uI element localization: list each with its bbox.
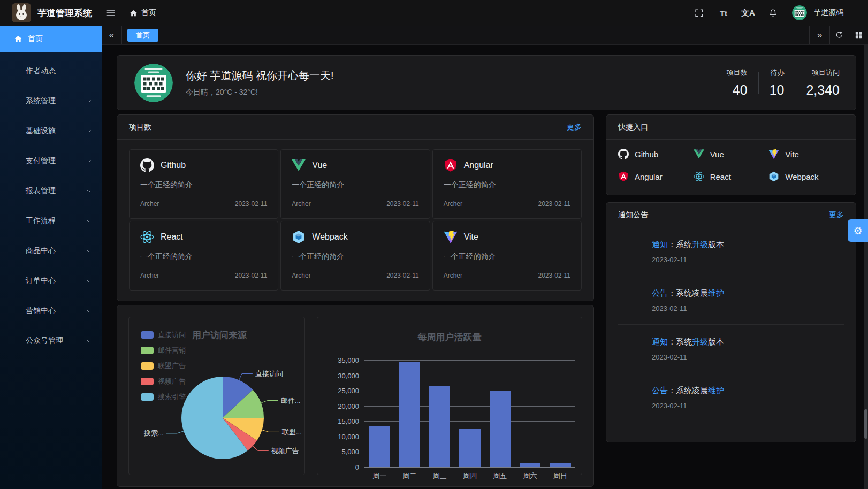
refresh-tab-button[interactable] <box>829 26 849 44</box>
chevron-down-icon <box>86 338 92 344</box>
bar-周日[interactable] <box>550 463 570 467</box>
x-axis-label: 周二 <box>394 471 424 481</box>
bar-周六[interactable] <box>520 463 540 467</box>
font-size-icon: Tt <box>720 9 727 18</box>
angular-icon <box>444 158 458 172</box>
projects-more-link[interactable]: 更多 <box>567 123 582 132</box>
quick-entry-item[interactable]: Angular <box>618 171 694 182</box>
project-name: Github <box>161 161 186 170</box>
project-card[interactable]: Vite 一个正经的简介 Archer 2023-02-11 <box>432 221 582 291</box>
stat-block: 项目数 40 <box>727 68 748 98</box>
bar-周五[interactable] <box>490 391 511 467</box>
notice-title: 通知：系统升级版本 <box>652 337 724 347</box>
greeting-text: 你好 芋道源码 祝你开心每一天! <box>186 68 727 83</box>
fullscreen-icon <box>694 8 704 18</box>
notice-item[interactable]: 通知：系统升级版本 2023-02-11 <box>618 325 844 373</box>
project-name: Vite <box>464 232 478 242</box>
sidebar-item[interactable]: 支付管理 <box>0 148 102 174</box>
notification-bell-button[interactable] <box>763 2 782 24</box>
vite-icon <box>444 230 458 244</box>
pie-chart-card: 用户访问来源 直接访问邮件营销联盟广告视频广告搜索引擎 直接访问邮件...联盟.… <box>128 317 305 475</box>
fullscreen-button[interactable] <box>689 2 709 24</box>
bar-周二[interactable] <box>399 362 420 467</box>
bar-chart-card: 每周用户活跃量 05,00010,00015,00020,00025,00030… <box>317 317 582 475</box>
sidebar-item-label: 支付管理 <box>14 156 86 166</box>
y-axis-tick: 25,000 <box>325 387 359 395</box>
vue-icon <box>292 158 306 172</box>
breadcrumb[interactable]: 首页 <box>130 8 156 18</box>
project-card[interactable]: Webpack 一个正经的简介 Archer 2023-02-11 <box>280 221 430 291</box>
react-icon <box>140 230 154 244</box>
quick-entry-label: React <box>710 172 731 181</box>
sidebar-item[interactable]: 系统管理 <box>0 88 102 114</box>
bar-周一[interactable] <box>369 426 390 467</box>
sidebar-item[interactable]: 作者动态 <box>0 58 102 85</box>
project-description: 一个正经的简介 <box>292 252 418 262</box>
gridline <box>364 467 575 468</box>
notices-more-link[interactable]: 更多 <box>829 210 844 220</box>
pie-callout-line <box>166 431 184 433</box>
locale-button[interactable]: 文A <box>738 2 758 24</box>
sidebar-item[interactable]: 基础设施 <box>0 118 102 144</box>
notice-date: 2023-02-11 <box>652 304 724 312</box>
brand: 芋道管理系统 <box>0 3 102 22</box>
tab-home[interactable]: 首页 <box>127 29 158 42</box>
project-author: Archer <box>444 272 462 279</box>
bell-icon <box>768 8 778 18</box>
react-icon <box>694 171 704 182</box>
project-card[interactable]: Vue 一个正经的简介 Archer 2023-02-11 <box>280 149 430 219</box>
projects-title: 项目数 <box>129 123 151 132</box>
quick-entry-title: 快捷入口 <box>618 123 648 132</box>
quick-entry-item[interactable]: Vue <box>694 149 769 159</box>
webpack-icon <box>768 171 779 182</box>
y-axis-tick: 0 <box>325 463 359 471</box>
bar-周四[interactable] <box>459 429 480 467</box>
quick-entry-item[interactable]: Webpack <box>768 171 844 182</box>
sidebar-item[interactable]: 工作流程 <box>0 208 102 234</box>
theme-settings-button[interactable]: ⚙ <box>848 219 868 242</box>
scrollbar-thumb[interactable] <box>864 409 867 439</box>
notice-item[interactable]: 通知：系统升级版本 2023-02-11 <box>618 227 844 276</box>
bar-chart: 05,00010,00015,00020,00025,00030,00035,0… <box>325 360 577 475</box>
project-card[interactable]: React 一个正经的简介 Archer 2023-02-11 <box>129 221 278 291</box>
y-axis-tick: 15,000 <box>325 417 359 425</box>
project-date: 2023-02-11 <box>235 272 268 279</box>
sidebar-item[interactable]: 营销中心 <box>0 297 102 324</box>
sidebar-item[interactable]: 订单中心 <box>0 268 102 294</box>
sidebar-item[interactable]: 商品中心 <box>0 238 102 264</box>
notice-item[interactable]: 公告：系统凌晨维护 2023-02-11 <box>618 373 844 422</box>
bar-周三[interactable] <box>429 386 450 467</box>
chevron-down-icon <box>86 158 92 164</box>
chevron-down-icon <box>86 188 92 194</box>
vertical-scrollbar[interactable] <box>864 45 868 489</box>
quick-entry-item[interactable]: React <box>694 171 769 182</box>
notice-item[interactable]: 公告：系统凌晨维护 2023-02-11 <box>618 276 844 325</box>
project-name: Vue <box>312 161 327 170</box>
project-card[interactable]: Github 一个正经的简介 Archer 2023-02-11 <box>129 149 278 219</box>
project-description: 一个正经的简介 <box>292 180 418 190</box>
sidebar-item[interactable]: 首页 <box>0 26 102 52</box>
user-avatar[interactable] <box>792 5 807 20</box>
chevron-down-icon <box>86 308 92 314</box>
sidebar-item[interactable]: 公众号管理 <box>0 327 102 354</box>
quick-entry-item[interactable]: Vite <box>768 149 844 159</box>
breadcrumb-home: 首页 <box>141 8 156 18</box>
user-name[interactable]: 芋道源码 <box>813 8 843 18</box>
layout-grid-button[interactable] <box>849 26 868 44</box>
sidebar-item-label: 订单中心 <box>14 276 86 286</box>
sidebar-item[interactable]: 报表管理 <box>0 178 102 204</box>
font-size-button[interactable]: Tt <box>714 2 733 24</box>
tabs-scroll-left-button[interactable]: « <box>102 26 122 44</box>
home-icon <box>130 9 138 17</box>
project-card[interactable]: Angular 一个正经的简介 Archer 2023-02-11 <box>432 149 582 219</box>
notice-qr-avatar <box>618 287 644 313</box>
notices-card: 通知公告 更多 通知：系统升级版本 2023-02-11 <box>606 202 856 442</box>
project-date: 2023-02-11 <box>538 200 571 208</box>
project-author: Archer <box>140 272 159 279</box>
tabs-scroll-right-button[interactable]: » <box>809 26 829 44</box>
sidebar-collapse-button[interactable] <box>102 0 120 26</box>
pie-label-直接访问: 直接访问 <box>255 370 283 378</box>
top-header: 芋道管理系统 首页 Tt 文A <box>0 0 868 26</box>
vite-icon <box>768 149 779 159</box>
quick-entry-item[interactable]: Github <box>618 149 694 159</box>
